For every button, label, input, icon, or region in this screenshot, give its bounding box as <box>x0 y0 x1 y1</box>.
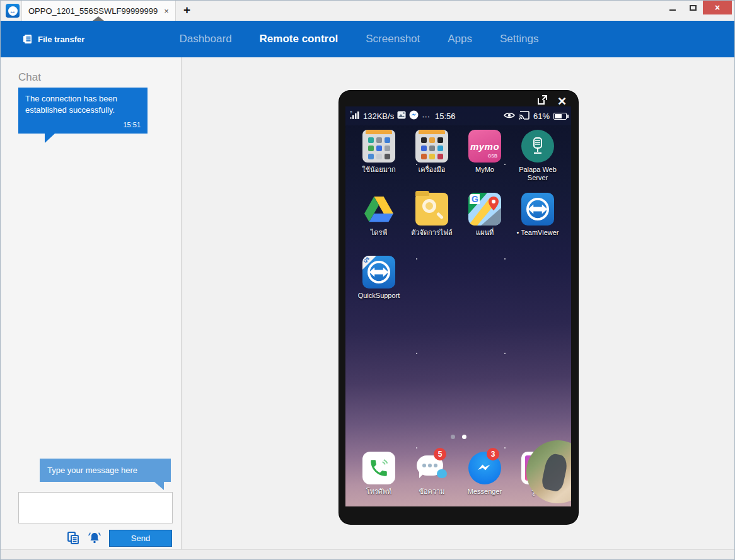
file-transfer-icon <box>23 34 33 44</box>
svg-text:G: G <box>472 194 478 204</box>
mymo-icon: mymo GSB <box>468 130 501 163</box>
app-folder-tools[interactable]: เครื่องมือ <box>405 130 458 182</box>
app-google-drive[interactable]: ไดรฟ์ <box>352 193 405 237</box>
tab-dashboard[interactable]: Dashboard <box>179 33 231 45</box>
dock-messages[interactable]: 5 ข้อความ <box>405 452 458 496</box>
page-dot <box>451 435 455 439</box>
teamviewer-app-icon <box>521 193 554 226</box>
phone-clock: 15:56 <box>435 111 456 121</box>
popout-icon[interactable] <box>537 94 548 108</box>
tab-close-icon[interactable]: × <box>164 6 169 16</box>
statusbar-ellipsis: ··· <box>422 111 430 121</box>
app-quicksupport[interactable]: QS QuickSupport <box>352 256 405 300</box>
file-manager-icon <box>415 193 448 226</box>
messages-icon: 5 <box>415 452 448 484</box>
badge: 3 <box>487 448 499 460</box>
tab-settings[interactable]: Settings <box>500 33 538 45</box>
page-dot-active <box>462 435 466 439</box>
photo-notification-icon <box>397 111 406 121</box>
messenger-icon: 3 <box>468 452 501 484</box>
eye-icon <box>504 111 515 121</box>
tab-remote-control[interactable]: Remote control <box>260 33 339 45</box>
tab-screenshot[interactable]: Screenshot <box>366 33 420 45</box>
session-tab-title: OPPO_1201_556SSWLF99999999 <box>28 6 158 16</box>
badge: 5 <box>434 448 446 460</box>
page-indicator <box>345 435 571 439</box>
file-transfer-button[interactable]: File transfer <box>23 34 84 44</box>
remote-control-view: ✕ H 132KB/s <box>183 57 735 549</box>
chat-message: The connection has been established succ… <box>18 88 148 134</box>
notification-dot: • <box>516 229 519 236</box>
chat-heading: Chat <box>18 71 41 84</box>
navbar: File transfer Dashboard Remote control S… <box>1 21 734 57</box>
new-tab-button[interactable]: + <box>183 3 190 17</box>
app-google-maps[interactable]: G แผนที่ <box>458 193 511 237</box>
maximize-button[interactable] <box>683 1 703 14</box>
file-transfer-label: File transfer <box>38 35 84 44</box>
remote-phone-frame: ✕ H 132KB/s <box>339 91 578 524</box>
signal-icon: H <box>350 110 360 122</box>
dock-messenger[interactable]: 3 Messenger <box>458 452 511 496</box>
titlebar: ↔ OPPO_1201_556SSWLF99999999 × + × <box>1 1 734 21</box>
phone-statusbar: H 132KB/s ··· 15:56 <box>345 106 571 125</box>
app-window: ↔ OPPO_1201_556SSWLF99999999 × + × File … <box>0 0 735 560</box>
app-file-manager[interactable]: ตัวจัดการไฟล์ <box>405 193 458 237</box>
svg-text:H: H <box>350 110 352 114</box>
folder-icon <box>415 130 448 163</box>
chat-message-time: 15:51 <box>25 120 141 130</box>
window-bottom-strip <box>1 549 734 560</box>
quicksupport-icon: QS <box>362 256 395 289</box>
cast-icon <box>519 111 530 122</box>
close-button[interactable]: × <box>703 1 732 14</box>
remote-phone-screen[interactable]: H 132KB/s ··· 15:56 <box>345 106 571 506</box>
app-mymo[interactable]: mymo GSB MyMo <box>458 130 511 182</box>
chat-input-tooltip: Type your message here <box>40 459 171 482</box>
folder-icon <box>362 130 395 163</box>
app-folder-rarely-used[interactable]: ใช้น้อยมาก <box>352 130 405 182</box>
battery-icon <box>553 113 567 120</box>
maps-icon: G <box>468 193 501 226</box>
chat-input[interactable] <box>18 492 173 523</box>
bell-icon[interactable] <box>88 531 101 545</box>
tab-apps[interactable]: Apps <box>448 33 472 45</box>
app-teamviewer[interactable]: • TeamViewer <box>511 193 564 237</box>
drive-icon <box>362 193 395 226</box>
chat-bubble-tail <box>45 134 55 143</box>
app-palapa-web-server[interactable]: Palapa Web Server <box>511 130 564 182</box>
phone-call-icon <box>362 452 395 484</box>
tooltip-tail <box>154 482 164 490</box>
network-speed: 132KB/s <box>363 111 394 121</box>
teamviewer-logo-icon: ↔ <box>6 4 20 18</box>
chat-panel: Chat The connection has been established… <box>1 57 182 549</box>
minimize-button[interactable] <box>663 1 683 14</box>
palapa-icon <box>521 130 554 163</box>
tab-pointer <box>93 16 104 21</box>
messenger-notification-icon <box>409 110 419 122</box>
chat-message-text: The connection has been established succ… <box>25 93 141 115</box>
dock-phone[interactable]: โทรศัพท์ <box>352 452 405 496</box>
clipboard-icon[interactable] <box>66 531 80 545</box>
send-button[interactable]: Send <box>109 530 172 547</box>
battery-percent: 61% <box>533 111 550 121</box>
